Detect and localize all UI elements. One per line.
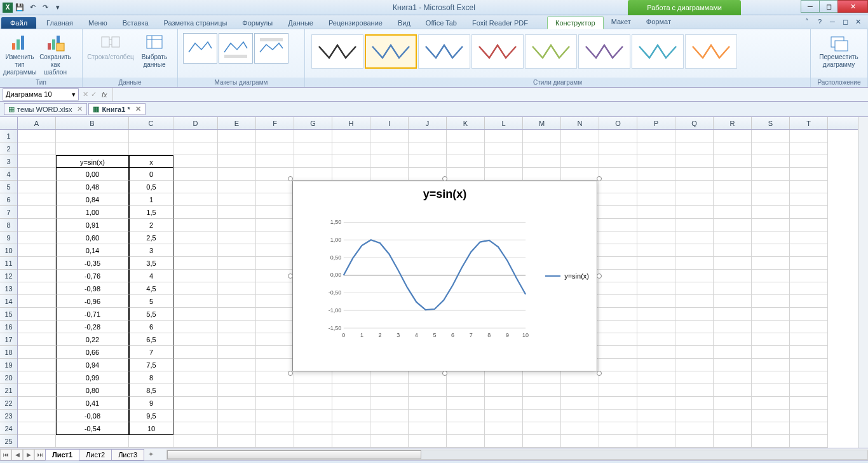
cell[interactable] <box>714 359 752 371</box>
cell[interactable] <box>675 232 714 244</box>
cell[interactable] <box>409 384 447 397</box>
cell[interactable] <box>485 168 523 181</box>
cell[interactable] <box>256 181 294 193</box>
cell[interactable] <box>752 295 790 308</box>
chart-styles-gallery[interactable] <box>308 31 808 78</box>
cell[interactable] <box>714 219 752 232</box>
cell[interactable] <box>790 333 828 346</box>
sheet-tab[interactable]: Лист2 <box>79 449 112 460</box>
cell[interactable] <box>409 130 447 142</box>
close-button[interactable]: ✕ <box>837 0 868 13</box>
cell[interactable]: 6,5 <box>129 333 173 346</box>
row-header[interactable]: 11 <box>0 257 17 270</box>
layout-thumb[interactable] <box>254 33 288 64</box>
cell[interactable] <box>675 219 714 232</box>
column-header[interactable]: M <box>523 117 561 129</box>
cell[interactable] <box>752 371 790 384</box>
cell[interactable] <box>675 168 714 181</box>
tab-вставка[interactable]: Вставка <box>115 17 156 29</box>
cell[interactable] <box>675 130 714 142</box>
column-header[interactable]: T <box>790 117 828 129</box>
cell[interactable]: 8 <box>129 371 173 384</box>
cell[interactable] <box>485 410 523 422</box>
cell[interactable] <box>752 346 790 359</box>
cell[interactable] <box>18 232 56 244</box>
cell[interactable] <box>173 359 218 371</box>
cell[interactable] <box>675 333 714 346</box>
save-template-button[interactable]: Сохранить как шаблон <box>38 31 72 78</box>
cell[interactable] <box>675 346 714 359</box>
cell[interactable] <box>752 193 790 206</box>
cell[interactable]: 5,5 <box>129 308 173 321</box>
row-header[interactable]: 24 <box>0 422 17 435</box>
column-header[interactable]: Q <box>675 117 714 129</box>
row-header[interactable]: 25 <box>0 435 17 448</box>
cell[interactable] <box>18 371 56 384</box>
cell[interactable] <box>256 359 294 371</box>
cell[interactable] <box>447 422 485 435</box>
cell[interactable] <box>218 142 256 155</box>
row-header[interactable]: 20 <box>0 371 17 384</box>
cell[interactable] <box>256 168 294 181</box>
tab-главная[interactable]: Главная <box>39 17 81 29</box>
cell[interactable] <box>409 371 447 384</box>
cell[interactable] <box>294 397 332 410</box>
cell[interactable] <box>173 435 218 448</box>
row-header[interactable]: 2 <box>0 142 17 155</box>
cell[interactable] <box>637 384 675 397</box>
cell[interactable] <box>173 282 218 295</box>
cell[interactable] <box>599 410 637 422</box>
cell[interactable] <box>714 270 752 282</box>
cell[interactable]: 1,5 <box>129 206 173 219</box>
cell[interactable] <box>637 168 675 181</box>
cell[interactable]: 0,48 <box>56 181 129 193</box>
cell[interactable] <box>18 155 56 168</box>
cell[interactable] <box>256 155 294 168</box>
minimize-button[interactable]: ─ <box>801 0 820 13</box>
cell[interactable] <box>447 397 485 410</box>
cell[interactable] <box>218 422 256 435</box>
cell[interactable] <box>637 346 675 359</box>
cell[interactable] <box>752 333 790 346</box>
fx-icon[interactable]: fx <box>102 91 107 99</box>
cell[interactable] <box>675 155 714 168</box>
cell[interactable] <box>599 257 637 270</box>
cell[interactable] <box>637 270 675 282</box>
cell[interactable] <box>599 282 637 295</box>
cell[interactable] <box>714 346 752 359</box>
cell[interactable] <box>675 359 714 371</box>
cell[interactable] <box>675 257 714 270</box>
cell[interactable] <box>790 282 828 295</box>
cell[interactable] <box>173 206 218 219</box>
change-chart-type-button[interactable]: Изменить тип диаграммы <box>3 31 37 78</box>
cell[interactable] <box>409 410 447 422</box>
column-header[interactable]: O <box>599 117 637 129</box>
cell[interactable] <box>173 168 218 181</box>
cell[interactable] <box>218 384 256 397</box>
cell[interactable] <box>173 384 218 397</box>
cell[interactable] <box>256 422 294 435</box>
column-header[interactable]: G <box>294 117 332 129</box>
cell[interactable] <box>714 181 752 193</box>
cell[interactable] <box>599 181 637 193</box>
cell[interactable]: 7 <box>129 346 173 359</box>
cell[interactable]: 2,5 <box>129 232 173 244</box>
cell[interactable]: 0,80 <box>56 384 129 397</box>
move-chart-button[interactable]: Переместить диаграмму <box>813 31 864 70</box>
cell[interactable] <box>18 333 56 346</box>
cell[interactable]: 9,5 <box>129 410 173 422</box>
cell[interactable] <box>599 308 637 321</box>
cell[interactable] <box>752 321 790 333</box>
enter-icon[interactable]: ✓ <box>91 90 97 99</box>
cell[interactable] <box>485 397 523 410</box>
tab-рецензирование[interactable]: Рецензирование <box>321 17 390 29</box>
cell[interactable] <box>714 155 752 168</box>
cell[interactable] <box>637 282 675 295</box>
doc-minimize-icon[interactable]: ─ <box>827 17 837 27</box>
cell[interactable] <box>752 422 790 435</box>
cell[interactable]: -0,76 <box>56 270 129 282</box>
cell[interactable] <box>714 142 752 155</box>
column-header[interactable]: I <box>370 117 409 129</box>
style-thumb[interactable] <box>685 34 737 69</box>
cell[interactable] <box>523 130 561 142</box>
